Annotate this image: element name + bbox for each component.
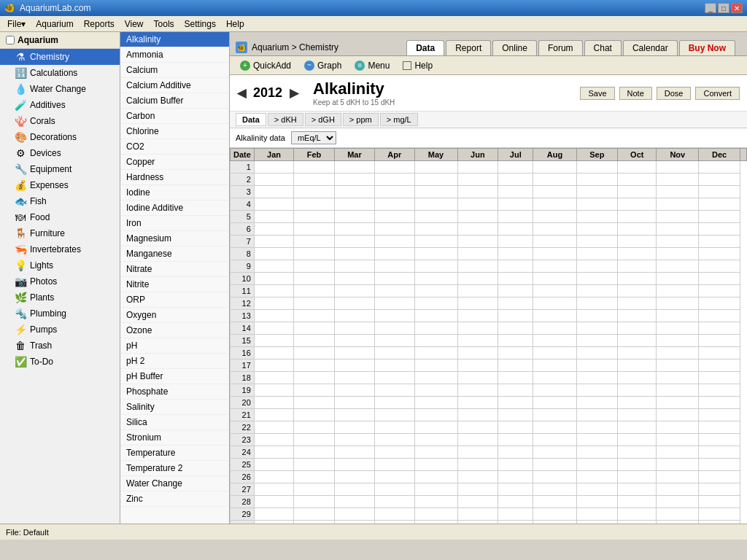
cell-9-9[interactable] [576,260,618,273]
cell-30-7[interactable] [498,521,533,524]
cell-3-7[interactable] [498,186,533,198]
cell-7-6[interactable] [457,236,498,248]
next-year-button[interactable]: ▶ [290,86,298,100]
cell-18-6[interactable] [457,372,498,384]
chem-item-iodine-additive[interactable]: Iodine Additive [120,201,229,216]
cell-1-2[interactable] [294,161,335,174]
cell-17-4[interactable] [375,359,414,372]
dose-button[interactable]: Dose [657,87,692,100]
cell-4-10[interactable] [618,198,657,211]
cell-20-1[interactable] [254,397,293,409]
sidebar-item-fish[interactable]: 🐟Fish [0,193,120,209]
cell-3-8[interactable] [533,186,576,198]
cell-27-11[interactable] [657,483,699,496]
sidebar-item-decorations[interactable]: 🎨Decorations [0,129,120,145]
cell-17-1[interactable] [254,359,293,372]
cell-22-4[interactable] [375,421,414,434]
cell-3-11[interactable] [657,186,699,198]
cell-18-1[interactable] [254,372,293,384]
cell-14-5[interactable] [414,322,457,335]
cell-6-4[interactable] [375,223,414,236]
cell-19-11[interactable] [657,384,699,397]
menu-button[interactable]: ≡ Menu [352,60,392,71]
cell-8-6[interactable] [457,248,498,260]
cell-17-12[interactable] [699,359,740,372]
cell-30-3[interactable] [334,521,375,524]
cell-25-7[interactable] [498,459,533,471]
data-tab--dgh[interactable]: > dGH [305,113,341,126]
cell-25-6[interactable] [457,459,498,471]
cell-15-4[interactable] [375,335,414,347]
cell-26-12[interactable] [699,471,740,483]
cell-7-7[interactable] [498,236,533,248]
cell-24-2[interactable] [294,446,335,459]
cell-4-9[interactable] [576,198,618,211]
cell-4-12[interactable] [699,198,740,211]
cell-5-12[interactable] [699,211,740,223]
cell-6-1[interactable] [254,223,293,236]
cell-13-2[interactable] [294,310,335,322]
sidebar-item-expenses[interactable]: 💰Expenses [0,177,120,193]
cell-30-8[interactable] [533,521,576,524]
cell-20-7[interactable] [498,397,533,409]
cell-22-7[interactable] [498,421,533,434]
cell-22-5[interactable] [414,421,457,434]
cell-20-6[interactable] [457,397,498,409]
cell-28-7[interactable] [498,496,533,508]
cell-7-3[interactable] [334,236,375,248]
top-tab-data[interactable]: Data [406,40,444,55]
chem-item-carbon[interactable]: Carbon [120,109,229,124]
cell-11-10[interactable] [618,285,657,298]
cell-28-10[interactable] [618,496,657,508]
cell-23-2[interactable] [294,434,335,446]
cell-19-5[interactable] [414,384,457,397]
cell-15-7[interactable] [498,335,533,347]
cell-12-3[interactable] [334,298,375,310]
chem-item-copper[interactable]: Copper [120,155,229,170]
cell-21-9[interactable] [576,409,618,421]
help-checkbox[interactable] [403,61,411,70]
cell-18-12[interactable] [699,372,740,384]
cell-1-4[interactable] [375,161,414,174]
cell-24-1[interactable] [254,446,293,459]
cell-6-10[interactable] [618,223,657,236]
cell-13-11[interactable] [657,310,699,322]
cell-17-8[interactable] [533,359,576,372]
cell-23-11[interactable] [657,434,699,446]
cell-16-2[interactable] [294,347,335,359]
cell-21-1[interactable] [254,409,293,421]
data-tab--mg/l[interactable]: > mg/L [380,113,418,126]
cell-9-7[interactable] [498,260,533,273]
cell-29-6[interactable] [457,508,498,521]
cell-27-9[interactable] [576,483,618,496]
cell-24-11[interactable] [657,446,699,459]
chem-item-calcium-buffer[interactable]: Calcium Buffer [120,93,229,109]
cell-15-10[interactable] [618,335,657,347]
cell-23-9[interactable] [576,434,618,446]
sidebar-item-plants[interactable]: 🌿Plants [0,289,120,306]
cell-2-8[interactable] [533,174,576,186]
chem-item-ph-buffer[interactable]: pH Buffer [120,369,229,384]
sidebar-item-pumps[interactable]: ⚡Pumps [0,322,120,338]
cell-16-8[interactable] [533,347,576,359]
data-tab-data[interactable]: Data [236,113,266,126]
sidebar-item-lights[interactable]: 💡Lights [0,257,120,273]
cell-21-10[interactable] [618,409,657,421]
cell-20-2[interactable] [294,397,335,409]
cell-11-4[interactable] [375,285,414,298]
cell-29-4[interactable] [375,508,414,521]
cell-22-10[interactable] [618,421,657,434]
top-tab-online[interactable]: Online [492,40,537,55]
cell-13-6[interactable] [457,310,498,322]
aquarium-checkbox[interactable] [6,36,15,44]
cell-22-11[interactable] [657,421,699,434]
cell-17-10[interactable] [618,359,657,372]
cell-11-3[interactable] [334,285,375,298]
cell-7-2[interactable] [294,236,335,248]
cell-12-10[interactable] [618,298,657,310]
cell-30-5[interactable] [414,521,457,524]
cell-30-10[interactable] [618,521,657,524]
cell-26-3[interactable] [334,471,375,483]
cell-30-4[interactable] [375,521,414,524]
cell-25-9[interactable] [576,459,618,471]
